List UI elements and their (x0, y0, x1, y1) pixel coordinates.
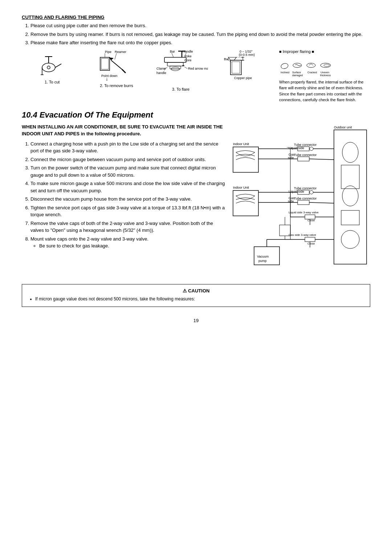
cutting-steps-list: Please cut using pipe cutter and then re… (30, 22, 370, 46)
svg-text:Gas side 3-way valve: Gas side 3-way valve (289, 233, 317, 237)
improper-svg: Inclined Surface damaged Cracked Uneven (279, 55, 337, 77)
diagrams-row: 1. To cut Pipe Reamer (22, 49, 370, 103)
cutting-step-2: Remove the burrs by using reamer. If bur… (30, 31, 370, 38)
svg-text:↓: ↓ (106, 76, 108, 82)
svg-point-76 (310, 147, 313, 151)
svg-point-69 (341, 230, 359, 249)
svg-line-12 (115, 53, 117, 59)
evac-step8-sub-1: Be sure to check for gas leakage. (39, 242, 225, 250)
svg-rect-82 (298, 157, 309, 161)
evac-step8-sub: Be sure to check for gas leakage. (39, 242, 225, 250)
svg-text:Point down: Point down (101, 74, 118, 78)
cutting-section: CUTTING AND FLARING THE PIPING Please cu… (22, 15, 370, 103)
svg-rect-67 (341, 165, 359, 189)
svg-line-13 (111, 60, 122, 69)
evac-steps-list: Connect a charging hose with a push pin … (30, 140, 225, 250)
svg-text:Indoor Unit: Indoor Unit (233, 186, 249, 189)
svg-text:handle: handle (156, 71, 166, 75)
svg-line-84 (309, 159, 334, 160)
diagram1-label: 1. To cut (45, 80, 60, 84)
svg-point-0 (42, 63, 55, 72)
svg-line-96 (309, 202, 334, 203)
svg-marker-43 (228, 57, 236, 60)
svg-text:Cracked: Cracked (307, 71, 317, 74)
flare-svg: Handle Bar Yoke Core (154, 49, 208, 86)
section-10-4: 10.4 Evacuation Of The Equipment WHEN IN… (22, 110, 370, 277)
svg-rect-42 (232, 62, 240, 73)
diagram-measure: Bar 0 – 1/32" (0-0.5 mm) (215, 49, 275, 82)
cutting-step-3: Please make flare after inserting the fl… (30, 39, 370, 46)
diagram-cut: 1. To cut (22, 49, 82, 84)
svg-text:Liquid side: Liquid side (289, 146, 304, 150)
caution-list: If micron gauge value does not descend 5… (35, 296, 364, 301)
section-title: 10.4 Evacuation Of The Equipment (22, 110, 370, 120)
page-number: 19 (22, 318, 370, 323)
svg-point-50 (281, 62, 289, 69)
svg-line-56 (309, 64, 311, 65)
svg-line-33 (184, 67, 187, 69)
svg-point-52 (293, 63, 302, 67)
evac-content: WHEN INSTALLING AN AIR CONDITIONER, BE S… (22, 123, 370, 277)
svg-text:Bar: Bar (224, 57, 229, 61)
svg-point-89 (310, 190, 313, 194)
svg-rect-106 (305, 237, 315, 242)
evac-step-2: Connect the micron gauge between vacuum … (30, 156, 225, 163)
svg-line-57 (311, 64, 313, 65)
svg-text:Surface: Surface (292, 71, 301, 74)
caution-title: ⚠ CAUTION (28, 288, 364, 294)
evac-step-1: Connect a charging hose with a push pin … (30, 140, 225, 155)
improper-title: ■ Improper flaring ■ (279, 49, 370, 54)
svg-text:Vacuum: Vacuum (257, 255, 269, 258)
svg-point-4 (47, 66, 50, 69)
cutting-title: CUTTING AND FLARING THE PIPING (22, 15, 370, 20)
svg-text:Tube connector: Tube connector (294, 153, 317, 157)
svg-line-3 (55, 64, 61, 67)
svg-rect-68 (341, 210, 359, 225)
evac-step-7: Remove the valve caps of both of the 2-w… (30, 220, 225, 234)
svg-rect-24 (164, 57, 186, 62)
svg-text:side: side (288, 200, 294, 203)
improper-flaring: ■ Improper flaring ■ Inclined Surface da… (279, 49, 370, 103)
svg-point-65 (342, 142, 358, 163)
svg-text:thickness: thickness (320, 74, 331, 77)
svg-point-60 (324, 64, 330, 66)
svg-text:Reamer: Reamer (115, 50, 126, 54)
svg-text:Liquid side 3-way valve: Liquid side 3-way valve (289, 211, 319, 214)
diagram-flare: Handle Bar Yoke Core (151, 49, 211, 91)
diagram3-label: 3. To flare (172, 87, 189, 91)
improper-images: Inclined Surface damaged Cracked Uneven (279, 55, 370, 77)
svg-rect-41 (230, 60, 241, 75)
evac-intro: WHEN INSTALLING AN AIR CONDITIONER, BE S… (22, 123, 225, 138)
burrs-svg: Pipe Reamer Point down ↓ (95, 49, 138, 82)
svg-text:Outdoor unit: Outdoor unit (334, 126, 352, 129)
svg-text:pump: pump (258, 259, 267, 263)
svg-text:Inclined: Inclined (281, 71, 289, 74)
evac-svg: Outdoor unit Indoor Unit Indoor Unit (232, 123, 370, 276)
svg-text:damaged: damaged (292, 74, 303, 77)
svg-text:Close: Close (307, 242, 315, 245)
svg-text:side: side (288, 156, 294, 160)
svg-point-55 (307, 63, 315, 67)
svg-text:(0-0.5 mm): (0-0.5 mm) (239, 53, 255, 57)
svg-text:Close: Close (307, 219, 315, 222)
svg-rect-94 (298, 200, 309, 205)
evac-text: WHEN INSTALLING AN AIR CONDITIONER, BE S… (22, 123, 225, 277)
svg-text:Indoor Unit: Indoor Unit (233, 142, 249, 146)
evac-step-5: Disconnect the vacuum pump house from th… (30, 196, 225, 203)
svg-point-59 (320, 63, 331, 67)
svg-line-15 (122, 69, 126, 73)
svg-text:Bar: Bar (170, 50, 175, 53)
evac-step-8: Mount valve caps onto the 2-way valve an… (30, 235, 225, 250)
svg-text:Copper pipe: Copper pipe (234, 76, 252, 80)
svg-text:Uneven: Uneven (320, 71, 329, 74)
svg-text:Core: Core (184, 58, 192, 62)
caution-bullet: If micron gauge value does not descend 5… (35, 296, 364, 301)
svg-rect-64 (334, 130, 367, 264)
cutting-step-1: Please cut using pipe cutter and then re… (30, 22, 370, 29)
svg-marker-14 (109, 57, 114, 60)
evac-step-3: Turn on the power switch of the vacuum p… (30, 164, 225, 178)
evac-step-6: Tighten the service port caps of gas sid… (30, 204, 225, 218)
evac-diagram: Outdoor unit Indoor Unit Indoor Unit (232, 123, 370, 277)
svg-rect-9 (100, 57, 110, 70)
svg-text:Red arrow mark: Red arrow mark (188, 67, 208, 70)
